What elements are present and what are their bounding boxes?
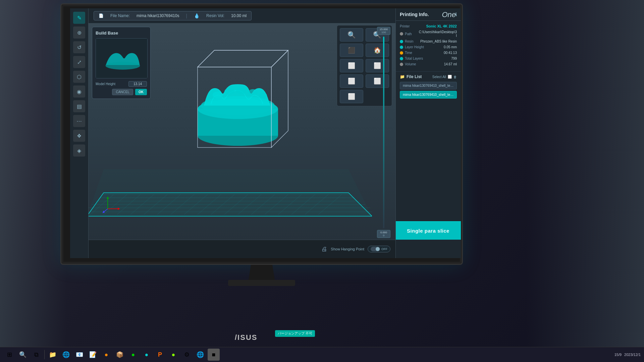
taskbar-date: 2023/12/1 — [624, 353, 641, 357]
slider-bottom-sub: 0 — [380, 234, 387, 237]
file-list-title: 📁 File List — [400, 74, 422, 79]
total-layers-row: Total Layers 799 — [400, 57, 457, 60]
slider-track[interactable] — [383, 37, 384, 228]
taskbar-orange[interactable]: ● — [100, 349, 112, 361]
view-btn-top[interactable]: ⬜ — [340, 74, 363, 88]
model-height-input[interactable] — [128, 81, 147, 87]
taskbar-start[interactable]: ⊞ — [3, 349, 15, 361]
view-btn-cube[interactable]: ⬛ — [340, 44, 363, 57]
separator: | — [186, 13, 187, 18]
viewport-bottom-bar: 🖨 Show Hanging Point OFF — [89, 240, 395, 258]
volume-label: Volume — [400, 62, 416, 66]
taskbar-browser[interactable]: 🌐 — [194, 349, 206, 361]
slice-button[interactable]: Single para slice — [395, 221, 461, 240]
right-panel: Printing Info. ℹ Printer Sonic XL 4K 202… — [395, 8, 461, 258]
taskbar-notepad[interactable]: 📝 — [87, 349, 99, 361]
taskbar-taskview[interactable]: ⧉ — [30, 349, 42, 361]
toolbar-scale-icon[interactable]: ⤢ — [73, 56, 85, 68]
path-row: Path C:\Users\hikari\Desktop\3I — [400, 30, 457, 38]
dental-model-3d — [184, 42, 291, 159]
delete-files-icon[interactable]: 🗑 — [453, 75, 457, 79]
monitor-stand — [248, 265, 275, 282]
view-btn-zoom-in[interactable]: 🔍 — [340, 28, 363, 42]
toolbar-settings-icon[interactable]: ◈ — [73, 144, 85, 157]
taskbar-lime[interactable]: ● — [167, 349, 179, 361]
path-dot — [400, 32, 403, 36]
resin-vol-value: 10.00 ml — [231, 13, 247, 18]
toolbar-slice-icon[interactable]: ⋯ — [73, 115, 85, 127]
ok-button[interactable]: OK — [135, 89, 147, 95]
version-badge: バージョンアップ 不可 — [275, 330, 315, 337]
taskbar-search[interactable]: 🔍 — [17, 349, 29, 361]
resin-vol-label: Resin Vol: — [206, 13, 224, 18]
cancel-button[interactable]: CANCEL — [112, 89, 133, 95]
toolbar-select-icon[interactable]: ✎ — [73, 12, 85, 24]
monitor-screen: ✎ ⊕ ↺ ⤢ ⬡ ◉ ▤ ⋯ ❖ ◈ 📄 File Name: mima hi… — [70, 8, 461, 258]
build-thumbnail — [96, 38, 148, 78]
toolbar-mirror-icon[interactable]: ⬡ — [73, 71, 85, 83]
file-icon: 📄 — [99, 13, 104, 18]
file-item-1[interactable]: mima hikari130769410_shell_teethup_J — [400, 82, 457, 89]
model-height-label: Model Height — [96, 82, 115, 86]
resin-info-value: Phrozen_ABS like Resin — [420, 40, 457, 43]
vertical-slider[interactable]: 15.000 100 0.000 0 — [375, 27, 392, 238]
path-label: Path — [400, 32, 412, 36]
taskbar-white-sq[interactable]: ■ — [208, 349, 220, 361]
slider-top-value: 15.000 — [380, 28, 388, 31]
hanging-point-label: Show Hanging Point — [331, 247, 364, 251]
layer-dot — [400, 46, 403, 49]
taskbar-print-app[interactable]: P — [154, 349, 166, 361]
toggle-hanging-point[interactable]: OFF — [368, 246, 390, 252]
select-all-label[interactable]: Select All — [432, 75, 446, 79]
left-toolbar: ✎ ⊕ ↺ ⤢ ⬡ ◉ ▤ ⋯ ❖ ◈ — [70, 8, 89, 258]
slider-top-sub: 100 — [380, 31, 388, 34]
view-btn-persp[interactable]: ⬜ — [340, 90, 363, 103]
time-dot — [400, 51, 403, 55]
svg-point-35 — [259, 93, 267, 98]
slider-bottom-handle[interactable]: 0.000 0 — [377, 230, 390, 238]
toolbar-rotate-icon[interactable]: ↺ — [73, 41, 85, 53]
svg-point-51 — [106, 62, 140, 70]
build-base-title: Build Base — [96, 31, 147, 36]
toolbar-repair-icon[interactable]: ❖ — [73, 130, 85, 142]
time-label: Time — [400, 51, 412, 55]
taskbar-mail[interactable]: 📧 — [73, 349, 86, 361]
one-label: One — [442, 10, 456, 19]
printing-info-title: Printing Info. — [400, 12, 429, 17]
taskbar-settings[interactable]: ⚙ — [181, 349, 193, 361]
layer-height-row: Layer Height 0.05 mm — [400, 45, 457, 49]
taskbar-explorer[interactable]: 📁 — [47, 349, 59, 361]
build-base-panel: Build Base Model Height CANCEL OK — [92, 27, 151, 99]
layers-dot — [400, 57, 403, 60]
toolbar-support-icon[interactable]: ▤ — [73, 100, 85, 112]
file-list-header: 📁 File List Select All 🗑 — [400, 74, 457, 79]
view-btn-front[interactable]: ⬜ — [340, 59, 363, 72]
time-row: Time 00:41:13 — [400, 51, 457, 55]
svg-marker-47 — [107, 196, 109, 199]
toggle-label: OFF — [381, 247, 387, 251]
file-list-section: 📁 File List Select All 🗑 mima hikari1307… — [396, 72, 461, 103]
toolbar-move-icon[interactable]: ⊕ — [73, 26, 85, 39]
layer-height-value: 0.05 mm — [444, 45, 457, 49]
file-name-value: mima hikari130769410s — [137, 13, 179, 18]
select-all-row: Select All 🗑 — [432, 75, 457, 79]
taskbar-time: 15/9 — [614, 353, 622, 357]
taskbar-cyan[interactable]: ● — [141, 349, 153, 361]
asus-label: /ISUS — [235, 333, 257, 342]
layer-height-label: Layer Height — [400, 45, 424, 49]
file-item-2[interactable]: mima hikari130769410_shell_teethup_ll — [400, 91, 457, 99]
taskbar-pkg[interactable]: 📦 — [114, 349, 126, 361]
toolbar-hollow-icon[interactable]: ◉ — [73, 85, 85, 98]
file-name-label: File Name: — [110, 13, 130, 18]
taskbar-green[interactable]: ● — [127, 349, 139, 361]
volume-dot — [400, 63, 403, 66]
select-all-checkbox[interactable] — [448, 75, 452, 79]
svg-marker-49 — [103, 210, 105, 213]
left-decoration — [0, 0, 67, 362]
viewport-3d[interactable]: ✎ ⊕ ↺ ⤢ ⬡ ◉ ▤ ⋯ ❖ ◈ 📄 File Name: mima hi… — [70, 8, 395, 258]
total-layers-label: Total Layers — [400, 57, 423, 60]
resin-info-row: Resin Phrozen_ABS like Resin — [400, 40, 457, 43]
slider-top-handle[interactable]: 15.000 100 — [377, 27, 390, 35]
taskbar-edge[interactable]: 🌐 — [60, 349, 72, 361]
resin-icon: 💧 — [194, 13, 200, 18]
